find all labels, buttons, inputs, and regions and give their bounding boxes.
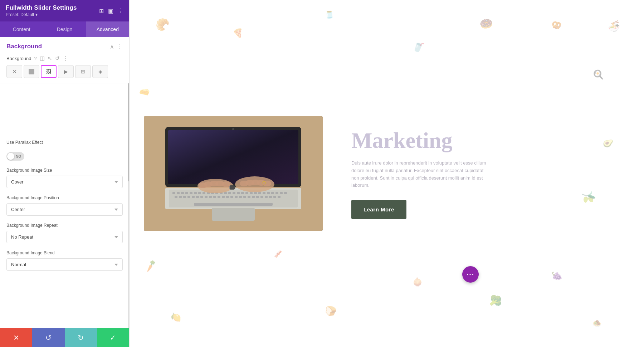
svg-rect-52 [269, 196, 272, 198]
svg-rect-7 [190, 192, 192, 194]
section-title: Background [6, 43, 42, 50]
section-header-icons: ∧ ⋮ [110, 43, 123, 50]
sidebar-header-icons: ⊞ ▣ ⋮ [99, 8, 123, 14]
svg-rect-20 [245, 192, 248, 194]
svg-rect-34 [192, 196, 195, 198]
svg-rect-40 [218, 196, 220, 198]
image-blend-group: Background Image Blend Normal Multiply S… [6, 250, 123, 271]
bg-type-none[interactable]: ✕ [6, 65, 22, 78]
svg-rect-24 [263, 192, 265, 194]
svg-rect-17 [233, 192, 235, 194]
svg-point-60 [232, 128, 234, 130]
svg-rect-46 [243, 196, 246, 198]
svg-rect-3 [172, 192, 175, 194]
bg-type-mask[interactable]: ◈ [92, 65, 108, 78]
image-blend-select[interactable]: Normal Multiply Screen Overlay [6, 258, 123, 271]
slide-body: Duis aute irure dolor in reprehenderit i… [351, 160, 487, 189]
svg-rect-55 [194, 203, 273, 206]
svg-rect-15 [224, 192, 227, 194]
responsive-icon[interactable]: ⊞ [99, 8, 104, 14]
tab-bar: Content Design Advanced [0, 21, 129, 37]
svg-rect-16 [228, 192, 231, 194]
svg-rect-35 [196, 196, 199, 198]
svg-rect-6 [185, 192, 188, 194]
bg-help-icon[interactable]: ? [34, 56, 36, 61]
main-content: 🥐 🍕 🫙 🥤 🍩 🥨 🍜 🧀 🥕 🍋 🥓 🍞 🧅 🥦 🍇 🧆 🫒 🥑 🍳 [130, 0, 644, 347]
bg-controls-row: Background ? ◫ ↖ ↺ ⋮ [0, 54, 129, 65]
svg-rect-39 [213, 196, 216, 198]
sidebar-header: Fullwidth Slider Settings Preset: Defaul… [0, 0, 129, 21]
bg-more-icon[interactable]: ⋮ [63, 55, 68, 62]
svg-rect-51 [265, 196, 268, 198]
cancel-button[interactable]: ✕ [0, 328, 32, 347]
fab-button[interactable]: ··· [462, 266, 479, 283]
tab-design[interactable]: Design [43, 21, 86, 37]
svg-rect-22 [254, 192, 257, 194]
bg-pattern-icon: ⊞ [81, 69, 85, 74]
svg-rect-4 [177, 192, 180, 194]
svg-rect-29 [284, 192, 287, 194]
bg-cursor-icon[interactable]: ↖ [48, 55, 52, 62]
svg-rect-44 [235, 196, 238, 198]
svg-rect-9 [198, 192, 201, 194]
svg-rect-8 [194, 192, 197, 194]
sidebar: Fullwidth Slider Settings Preset: Defaul… [0, 0, 130, 347]
bg-type-image[interactable]: 🖼 [41, 65, 57, 78]
image-size-group: Background Image Size Cover Contain Auto… [6, 168, 123, 188]
scroll-indicator [128, 83, 129, 328]
tab-content[interactable]: Content [0, 21, 43, 37]
image-size-select[interactable]: Cover Contain Auto Custom [6, 176, 123, 188]
svg-rect-28 [280, 192, 283, 194]
parallax-toggle[interactable]: NO [6, 152, 24, 161]
bg-label: Background [6, 56, 31, 61]
bg-type-pattern[interactable]: ⊞ [75, 65, 91, 78]
image-repeat-select[interactable]: No Repeat Repeat Repeat X Repeat Y [6, 231, 123, 243]
collapse-icon[interactable]: ∧ [110, 43, 114, 50]
bg-device-icon[interactable]: ◫ [40, 55, 45, 62]
svg-rect-43 [230, 196, 233, 198]
svg-rect-53 [273, 196, 276, 198]
svg-rect-27 [275, 192, 278, 194]
sidebar-footer: ✕ ↺ ↻ ✓ [0, 328, 129, 347]
svg-rect-18 [237, 192, 240, 194]
sidebar-title: Fullwidth Slider Settings [6, 4, 77, 11]
more-options-icon[interactable]: ⋮ [118, 8, 123, 14]
sidebar-preset[interactable]: Preset: Default ▾ [6, 12, 77, 17]
bg-type-video[interactable]: ▶ [58, 65, 74, 78]
bg-color-icon [29, 69, 34, 74]
laptop-svg [144, 116, 323, 231]
tab-advanced[interactable]: Advanced [86, 21, 129, 37]
section-header: Background ∧ ⋮ [0, 37, 129, 54]
svg-rect-59 [168, 130, 298, 184]
svg-rect-47 [248, 196, 250, 198]
svg-rect-19 [241, 192, 244, 194]
learn-more-button[interactable]: Learn More [351, 200, 406, 219]
svg-rect-33 [187, 196, 190, 198]
svg-rect-38 [209, 196, 212, 198]
svg-rect-41 [222, 196, 225, 198]
bg-image-icon: 🖼 [46, 69, 51, 74]
section-more-icon[interactable]: ⋮ [117, 43, 123, 50]
svg-rect-42 [226, 196, 229, 198]
redo-button[interactable]: ↻ [65, 328, 97, 347]
svg-rect-32 [183, 196, 186, 198]
svg-rect-26 [271, 192, 274, 194]
bg-type-color[interactable] [24, 65, 39, 78]
parallax-label: Use Parallax Effect [6, 140, 43, 145]
slider-preview: Marketing Duis aute irure dolor in repre… [130, 0, 644, 347]
slide-heading: Marketing [351, 128, 623, 152]
image-position-select[interactable]: Center Top Left Top Center Top Right [6, 203, 123, 216]
image-size-label: Background Image Size [6, 168, 123, 173]
undo-button[interactable]: ↺ [32, 328, 64, 347]
toggle-value: NO [16, 155, 21, 158]
svg-rect-48 [252, 196, 255, 198]
svg-rect-50 [260, 196, 263, 198]
svg-rect-36 [200, 196, 203, 198]
image-position-label: Background Image Position [6, 195, 123, 200]
save-button[interactable]: ✓ [97, 328, 129, 347]
bg-mask-icon: ◈ [98, 69, 102, 74]
image-repeat-group: Background Image Repeat No Repeat Repeat… [6, 223, 123, 243]
bg-undo-icon[interactable]: ↺ [55, 55, 60, 62]
bg-none-icon: ✕ [12, 68, 17, 75]
layout-icon[interactable]: ▣ [108, 8, 113, 14]
